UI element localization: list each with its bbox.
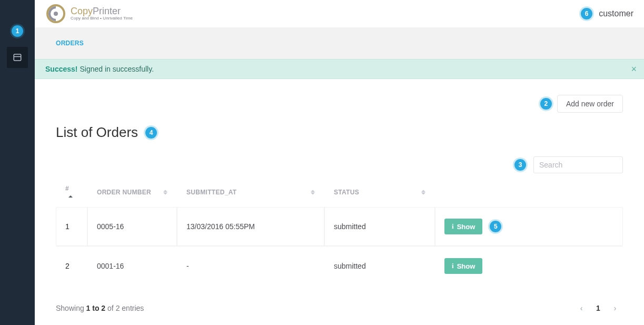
add-order-button[interactable]: Add new order bbox=[557, 95, 623, 113]
col-submitted-at[interactable]: SUBMITTED_AT bbox=[177, 178, 324, 207]
pager-page[interactable]: 1 bbox=[590, 300, 606, 316]
brand-mark-icon bbox=[45, 3, 66, 24]
table-row: 2 0001-16 - submitted i Show bbox=[56, 247, 623, 286]
sidebar: 1 bbox=[0, 0, 35, 325]
close-icon[interactable]: × bbox=[631, 64, 637, 74]
cell-actions: i Show 5 bbox=[435, 207, 623, 247]
orders-icon bbox=[13, 53, 22, 62]
entries-summary: Showing 1 to 2 of 2 entries bbox=[56, 304, 144, 312]
cell-submitted-at: - bbox=[177, 247, 324, 286]
pager-next[interactable]: › bbox=[607, 300, 623, 316]
app-shell: 1 Cop bbox=[0, 0, 644, 325]
pager-prev[interactable]: ‹ bbox=[573, 300, 589, 316]
col-actions bbox=[435, 178, 623, 207]
callout-1: 1 bbox=[12, 25, 23, 37]
sort-icon bbox=[68, 195, 73, 198]
user-menu[interactable]: 6 customer bbox=[581, 8, 633, 19]
user-label: customer bbox=[599, 9, 633, 18]
cell-actions: i Show bbox=[435, 247, 623, 286]
page-title: List of Orders bbox=[56, 124, 138, 141]
pagination: ‹ 1 › bbox=[573, 300, 623, 316]
cell-submitted-at: 13/03/2016 05:55PM bbox=[177, 207, 324, 247]
sort-icon bbox=[163, 190, 167, 195]
breadcrumb-orders[interactable]: ORDERS bbox=[56, 40, 84, 47]
chevron-right-icon: › bbox=[614, 304, 617, 312]
info-icon: i bbox=[452, 262, 454, 270]
flash-alert-success: Success! Signed in successfully. × bbox=[35, 59, 644, 79]
main: CopyPrinter Copy and Bind • Unrivalled T… bbox=[35, 0, 644, 325]
sort-icon bbox=[311, 190, 315, 195]
chevron-left-icon: ‹ bbox=[580, 304, 583, 312]
topbar: CopyPrinter Copy and Bind • Unrivalled T… bbox=[35, 0, 644, 27]
svg-point-3 bbox=[54, 12, 58, 16]
cell-index: 2 bbox=[56, 247, 87, 286]
orders-table: # ORDER NUMBER SUBMITTED_A bbox=[56, 178, 623, 285]
callout-2: 2 bbox=[540, 98, 552, 110]
cell-status: submitted bbox=[324, 247, 435, 286]
cell-index: 1 bbox=[56, 207, 87, 247]
col-status[interactable]: STATUS bbox=[324, 178, 435, 207]
callout-4: 4 bbox=[145, 127, 157, 139]
search-row: 3 bbox=[56, 156, 623, 173]
cell-status: submitted bbox=[324, 207, 435, 247]
breadcrumb-bar: ORDERS bbox=[35, 27, 644, 59]
sidebar-item-orders[interactable] bbox=[7, 47, 28, 68]
table-row: 1 0005-16 13/03/2016 05:55PM submitted i… bbox=[56, 207, 623, 247]
table-footer: Showing 1 to 2 of 2 entries ‹ 1 › bbox=[56, 285, 623, 316]
search-input[interactable] bbox=[533, 156, 623, 173]
page-title-row: List of Orders 4 bbox=[56, 124, 623, 141]
info-icon: i bbox=[452, 222, 454, 231]
alert-message: Signed in successfully. bbox=[80, 65, 154, 73]
show-button[interactable]: i Show bbox=[444, 219, 482, 234]
sort-icon bbox=[421, 190, 425, 195]
callout-5: 5 bbox=[490, 221, 501, 232]
cell-order-number: 0001-16 bbox=[87, 247, 177, 286]
show-button[interactable]: i Show bbox=[444, 258, 482, 274]
callout-6: 6 bbox=[581, 8, 592, 19]
brand-logo[interactable]: CopyPrinter Copy and Bind • Unrivalled T… bbox=[45, 3, 133, 24]
col-index[interactable]: # bbox=[56, 178, 87, 207]
content: 2 Add new order List of Orders 4 3 # bbox=[35, 79, 644, 325]
svg-rect-0 bbox=[14, 54, 21, 61]
cell-order-number: 0005-16 bbox=[87, 207, 177, 247]
callout-3: 3 bbox=[514, 159, 526, 171]
brand-text: CopyPrinter Copy and Bind • Unrivalled T… bbox=[71, 6, 133, 21]
alert-title: Success! bbox=[45, 65, 77, 73]
col-order-number[interactable]: ORDER NUMBER bbox=[87, 178, 177, 207]
content-actions: 2 Add new order bbox=[56, 95, 623, 113]
